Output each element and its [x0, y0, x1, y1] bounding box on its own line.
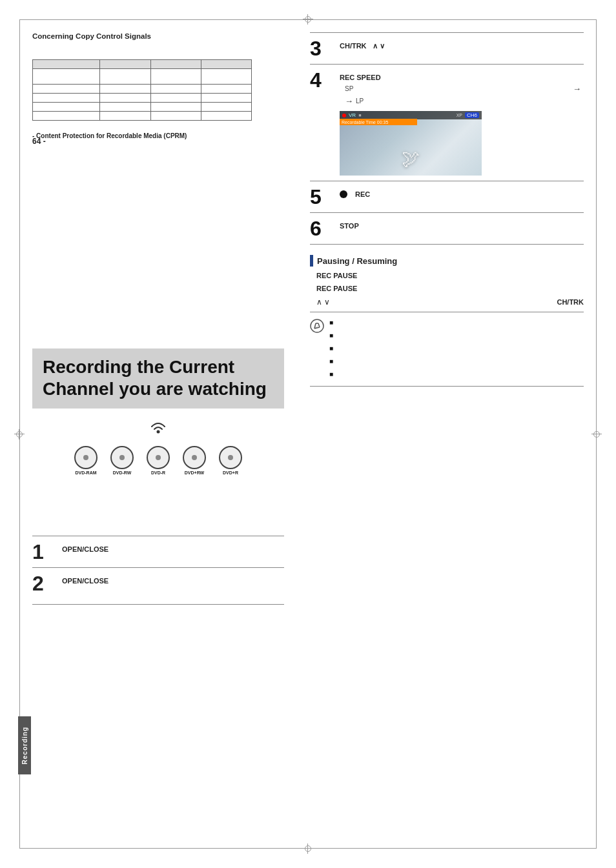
pausing-step1: REC PAUSE	[310, 269, 584, 282]
rec-time-bar: Recordable Time 00:35	[340, 119, 417, 125]
step-1-key: OPEN/CLOSE	[62, 545, 108, 553]
disc-icons-row: DVD-RAM DVD-RW DVD-R DVD+RW DVD+R	[32, 444, 284, 476]
rec-speed-arrow2: → LP	[345, 96, 584, 106]
disc-dvd-r: DVD-R	[142, 444, 174, 476]
content-area: Concerning Copy Control Signals	[32, 32, 584, 836]
step-4-row: 4 REC SPEED SP → → LP	[310, 64, 584, 181]
page-number: 64 -	[32, 137, 46, 146]
step-6-row: 6 STOP	[310, 212, 584, 244]
step-3-num: 3	[310, 38, 333, 59]
step-5-key: REC	[355, 190, 370, 198]
note-bullet-3: ■	[329, 343, 333, 354]
notes-list: ■ ■ ■ ■	[329, 318, 584, 382]
recording-highlight: Recording the Current Channel you are wa…	[32, 348, 284, 409]
pausing-arrows: ∧ ∨	[316, 298, 330, 307]
note-bullet-2: ■	[329, 330, 333, 341]
rec-mode-xp: XP	[457, 113, 462, 117]
note-item-5: ■	[329, 369, 584, 379]
step-6-num: 6	[310, 218, 333, 239]
step-1-content: OPEN/CLOSE	[62, 541, 108, 553]
svg-line-4	[314, 327, 320, 328]
note-bullet-1: ■	[329, 318, 333, 328]
rec-speed-preview: VR ■ XP CH6 Recordable Time 00:35 🕊	[340, 111, 482, 176]
notes-section: ■ ■ ■ ■	[310, 312, 584, 387]
step-2-num: 2	[32, 573, 56, 594]
step-5-content: REC	[340, 187, 584, 198]
step-1-num: 1	[32, 541, 56, 562]
step-5-row: 5 REC	[310, 181, 584, 212]
note-item-2: ■	[329, 330, 584, 341]
pausing-ch-trk: CH/TRK	[557, 298, 584, 306]
note-bullet-4: ■	[329, 356, 333, 367]
right-crosshair	[591, 429, 602, 439]
step-5-num: 5	[310, 187, 333, 207]
copy-control-table	[32, 59, 252, 121]
recording-box: Recording Recording the Current Channel …	[32, 348, 284, 476]
svg-point-1	[311, 319, 323, 332]
pausing-heading: Pausing / Resuming	[317, 256, 397, 266]
recording-title-line2: Channel you are watching	[43, 378, 274, 400]
pausing-rec-pause-1: REC PAUSE	[316, 272, 584, 279]
right-column: 3 CH/TRK ∧ ∨ 4 REC SPEED SP →	[310, 32, 584, 387]
disc-dvd-ram: DVD-RAM	[70, 444, 102, 476]
note-item-1: ■	[329, 318, 584, 328]
step-4-key: REC SPEED	[340, 74, 584, 81]
rec-dot	[342, 114, 346, 117]
wireless-icon	[148, 416, 169, 438]
bird-image: 🕊	[402, 148, 420, 169]
step-2-content: OPEN/CLOSE	[62, 573, 108, 585]
rec-stop-icon: ■	[358, 113, 361, 117]
step-6-content: STOP	[340, 218, 584, 230]
section-title: Concerning Copy Control Signals	[32, 32, 291, 40]
side-tab: Recording	[18, 716, 31, 774]
pausing-step2: REC PAUSE	[310, 282, 584, 295]
heading-blue-bar	[310, 255, 313, 267]
disc-dvd-rw: DVD-RW	[106, 444, 138, 476]
pausing-section: Pausing / Resuming REC PAUSE REC PAUSE ∧…	[310, 244, 584, 309]
rec-mode-vr: VR	[349, 112, 356, 118]
top-crosshair	[303, 14, 313, 25]
pausing-rec-pause-2: REC PAUSE	[316, 285, 584, 292]
rec-time-text: Recordable Time 00:35	[342, 120, 388, 125]
notes-header: ■ ■ ■ ■	[310, 318, 584, 382]
table-row	[33, 112, 252, 121]
step-4-num: 4	[310, 70, 333, 90]
bottom-crosshair	[303, 843, 313, 854]
table-row	[33, 103, 252, 112]
note-item-4: ■	[329, 356, 584, 367]
rec-speed-arrow1: SP →	[345, 84, 584, 94]
disc-dvdplus-r: DVD+R	[214, 444, 247, 476]
pencil-icon	[310, 319, 324, 336]
step-3-key: CH/TRK ∧ ∨	[340, 42, 584, 50]
table-row	[33, 69, 252, 85]
left-bottom-divider	[32, 604, 284, 605]
disc-dvdplus-rw: DVD+RW	[178, 444, 210, 476]
pausing-heading-bar: Pausing / Resuming	[310, 255, 584, 267]
steps-container: 3 CH/TRK ∧ ∨ 4 REC SPEED SP →	[310, 32, 584, 387]
side-tab-label: Recording	[21, 727, 28, 764]
step-3-content: CH/TRK ∧ ∨	[340, 38, 584, 50]
svg-point-0	[157, 430, 160, 434]
svg-line-5	[318, 323, 320, 327]
left-crosshair	[14, 429, 25, 439]
recording-title-line1: Recording the Current	[43, 356, 274, 378]
rec-ch-label: CH6	[465, 112, 479, 118]
left-column: Concerning Copy Control Signals	[32, 32, 291, 139]
step-1-row: 1 OPEN/CLOSE	[32, 536, 284, 567]
pausing-ch-trk-row: ∧ ∨ CH/TRK	[310, 295, 584, 309]
rec-bullet-dot	[340, 190, 347, 198]
table-row	[33, 60, 252, 69]
cprm-note: - Content Protection for Recordable Medi…	[32, 132, 291, 139]
notes-bottom-line	[310, 386, 584, 387]
step-3-row: 3 CH/TRK ∧ ∨	[310, 32, 584, 64]
step-6-key: STOP	[340, 222, 584, 230]
note-bullet-5: ■	[329, 369, 333, 379]
step-4-content: REC SPEED SP → → LP	[340, 70, 584, 176]
left-steps: 1 OPEN/CLOSE 2 OPEN/CLOSE	[32, 536, 284, 605]
table-row	[33, 94, 252, 103]
step-2-row: 2 OPEN/CLOSE	[32, 567, 284, 599]
table-row	[33, 85, 252, 94]
step-2-key: OPEN/CLOSE	[62, 577, 108, 585]
note-item-3: ■	[329, 343, 584, 354]
